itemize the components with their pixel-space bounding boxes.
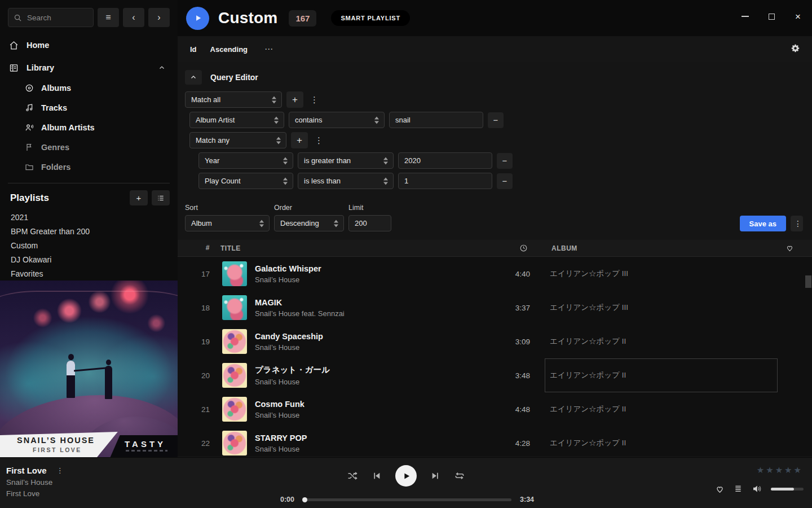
volume-button[interactable] <box>752 484 762 494</box>
sidebar-item-genres[interactable]: Genres <box>25 137 178 157</box>
favorite-column-heart-icon[interactable] <box>785 244 794 252</box>
track-number: 19 <box>178 338 210 346</box>
track-duration: 3:48 <box>502 371 530 380</box>
sort-field-button[interactable]: Id <box>190 45 197 54</box>
music-note-icon <box>25 103 34 112</box>
duration-column-clock-icon[interactable] <box>519 244 528 252</box>
match-mode-select[interactable]: Match all <box>185 91 282 108</box>
now-playing-cover-art: SNAIL’S HOUSE FIRST LOVE TASTY <box>0 281 178 457</box>
next-track-button[interactable] <box>431 471 440 480</box>
remove-rule-button[interactable]: − <box>497 153 513 169</box>
toolbar-more-button[interactable]: ⋯ <box>261 43 277 55</box>
limit-input[interactable]: 200 <box>348 215 391 231</box>
track-row[interactable]: 22 STARRY POP Snail’s House 4:28 エイリアン☆ポ… <box>178 426 812 456</box>
rule-value-input[interactable]: snail <box>389 112 483 128</box>
options-menu-button[interactable]: ⋮ <box>791 216 803 231</box>
lantern-string-decoration <box>0 291 178 330</box>
add-rule-button[interactable]: + <box>291 132 308 148</box>
column-title[interactable]: TITLE <box>220 244 241 252</box>
select-arrows-icon <box>383 177 388 185</box>
sort-select[interactable]: Album <box>185 215 270 231</box>
add-playlist-button[interactable]: + <box>130 190 148 205</box>
progress-bar[interactable] <box>303 498 511 501</box>
sidebar-item-label: Library <box>27 63 54 72</box>
column-number[interactable]: # <box>178 244 210 252</box>
query-group-row: Match any + ⋮ <box>189 132 812 148</box>
track-row[interactable]: 19 Candy Spaceship Snail’s House 3:09 エイ… <box>178 325 812 358</box>
track-title: プラネット・ガール <box>255 365 502 375</box>
order-select[interactable]: Descending <box>274 215 344 231</box>
rule-value-input[interactable]: 2020 <box>398 152 492 169</box>
volume-fill <box>771 488 794 491</box>
chevron-up-icon <box>190 74 197 81</box>
rule-operator-select[interactable]: is greater than <box>298 152 394 169</box>
search-box[interactable] <box>8 8 94 27</box>
track-row[interactable]: 17 Galactic Whisper Snail’s House 4:40 エ… <box>178 257 812 291</box>
limit-label: Limit <box>348 204 391 212</box>
group-menu-button[interactable]: ⋮ <box>312 135 325 146</box>
remove-rule-button[interactable]: − <box>488 112 504 128</box>
favorite-button[interactable] <box>715 484 725 494</box>
track-album-focused-cell[interactable]: エイリアン☆ポップ II <box>545 358 778 392</box>
track-artist: Snail’s House <box>255 378 502 386</box>
playlist-item[interactable]: BPM Greater than 200 <box>11 224 178 238</box>
search-input[interactable] <box>26 13 88 23</box>
queue-button[interactable] <box>734 484 743 493</box>
track-artist: Snail’s House feat. Sennzai <box>255 309 502 318</box>
settings-gear-button[interactable] <box>791 43 800 55</box>
sidebar-item-library[interactable]: Library <box>0 58 178 78</box>
rule-field-select[interactable]: Play Count <box>198 173 293 189</box>
match-mode-select[interactable]: Match any <box>189 132 286 148</box>
play-pause-button[interactable] <box>395 465 417 487</box>
track-row[interactable]: 18 MAGIK Snail’s House feat. Sennzai 3:3… <box>178 291 812 325</box>
playlist-item[interactable]: DJ Okawari <box>11 252 178 266</box>
rule-value-text: 1 <box>404 177 408 185</box>
repeat-button[interactable] <box>454 470 465 481</box>
add-rule-button[interactable]: + <box>286 91 303 108</box>
window-minimize-button[interactable] <box>740 11 750 21</box>
rule-value-input[interactable]: 1 <box>398 173 492 189</box>
rule-field-select[interactable]: Album Artist <box>189 112 284 128</box>
rule-operator-select[interactable]: contains <box>289 112 385 128</box>
sidebar-item-folders[interactable]: Folders <box>25 157 178 177</box>
playlist-list-button[interactable] <box>152 190 170 205</box>
select-arrows-icon <box>272 96 276 103</box>
scrollbar-thumb[interactable] <box>805 275 811 288</box>
playlist-item[interactable]: 2021 <box>11 210 178 224</box>
window-maximize-button[interactable] <box>766 11 776 21</box>
rule-field-select[interactable]: Year <box>198 152 293 169</box>
cover-figure-right <box>105 366 112 399</box>
sidebar-item-tracks[interactable]: Tracks <box>25 98 178 117</box>
sidebar-item-album-artists[interactable]: Album Artists <box>25 117 178 137</box>
player-right-controls <box>715 484 804 494</box>
progress-knob[interactable] <box>302 497 307 502</box>
playlist-item[interactable]: Custom <box>11 238 178 252</box>
sort-direction-button[interactable]: Ascending <box>210 45 248 54</box>
playlist-header: Custom 167 SMART PLAYLIST × <box>178 0 812 36</box>
menu-button[interactable]: ≡ <box>98 8 119 27</box>
now-playing-menu-button[interactable]: ⋮ <box>54 466 66 475</box>
shuffle-button[interactable] <box>347 470 358 481</box>
chevron-up-icon[interactable] <box>158 64 165 71</box>
remove-rule-button[interactable]: − <box>497 173 513 189</box>
page-title: Custom <box>218 9 277 27</box>
previous-track-button[interactable] <box>372 471 381 480</box>
save-as-button[interactable]: Save as <box>740 216 786 231</box>
column-album[interactable]: ALBUM <box>551 244 577 252</box>
rating-stars[interactable]: ★★★★★ <box>757 465 803 475</box>
window-close-button[interactable]: × <box>793 11 803 21</box>
sidebar-item-albums[interactable]: Albums <box>25 78 178 98</box>
track-row[interactable]: 20 プラネット・ガール Snail’s House 3:48 エイリアン☆ポッ… <box>178 358 812 392</box>
play-playlist-button[interactable] <box>186 7 209 30</box>
playlist-item[interactable]: Favorites <box>11 266 178 281</box>
track-info: プラネット・ガール Snail’s House <box>255 365 502 386</box>
group-menu-button[interactable]: ⋮ <box>308 95 321 105</box>
nav-forward-button[interactable]: › <box>148 8 170 27</box>
query-editor-collapse-button[interactable] <box>185 70 202 85</box>
volume-slider[interactable] <box>771 488 804 491</box>
track-album-art <box>222 261 247 286</box>
track-row[interactable]: 21 Cosmo Funk Snail’s House 4:48 エイリアン☆ポ… <box>178 392 812 426</box>
sidebar-item-home[interactable]: Home <box>0 35 178 55</box>
rule-operator-select[interactable]: is less than <box>298 173 394 189</box>
nav-back-button[interactable]: ‹ <box>123 8 144 27</box>
